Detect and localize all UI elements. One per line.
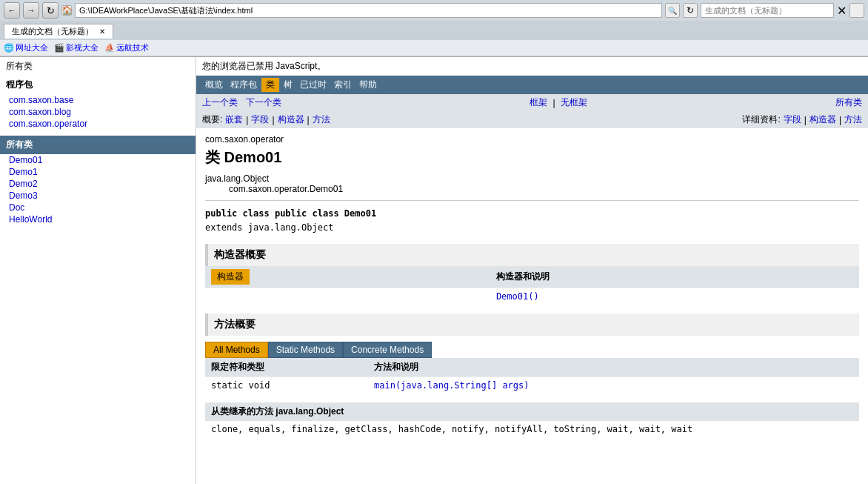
sidebar-class-Demo01[interactable]: Demo01 bbox=[0, 154, 196, 166]
class-name-code: public class Demo01 bbox=[275, 208, 376, 219]
constructor-col-header: 构造器 bbox=[205, 266, 490, 288]
method-table: 限定符和类型 方法和说明 static void main(java.lang.… bbox=[205, 358, 859, 394]
tab-bar: 生成的文档（无标题） ✕ bbox=[0, 21, 868, 40]
class-declaration: public class public class Demo01 extends… bbox=[205, 207, 859, 235]
method-filter-buttons: All Methods Static Methods Concrete Meth… bbox=[205, 342, 859, 358]
breadcrumb-detail-label: 详细资料: bbox=[742, 113, 780, 126]
sidebar-class-HelloWorld[interactable]: HelloWorld bbox=[0, 213, 196, 225]
method-summary-title: 方法概要 bbox=[205, 314, 859, 336]
method-col2-header: 方法和说明 bbox=[368, 358, 859, 377]
address-bar[interactable] bbox=[75, 3, 662, 18]
method-modifier: static void bbox=[205, 377, 368, 394]
sidebar-class-Doc[interactable]: Doc bbox=[0, 202, 196, 213]
reload-icon[interactable]: ↻ bbox=[683, 3, 698, 18]
constructor-tab-active[interactable]: 构造器 bbox=[211, 269, 250, 285]
breadcrumb-constructor[interactable]: 构造器 bbox=[278, 113, 304, 126]
package-name: com.saxon.operator bbox=[205, 134, 859, 145]
tab-label: 生成的文档（无标题） bbox=[12, 27, 93, 36]
sidebar-class-Demo2[interactable]: Demo2 bbox=[0, 178, 196, 190]
method-summary: 方法概要 All Methods Static Methods Concrete… bbox=[205, 314, 859, 394]
tab-close-button[interactable]: ✕ bbox=[99, 27, 105, 36]
active-tab[interactable]: 生成的文档（无标题） ✕ bbox=[4, 24, 113, 39]
parent-class: java.lang.Object bbox=[205, 173, 859, 184]
method-col1-header: 限定符和类型 bbox=[205, 358, 368, 377]
concrete-methods-button[interactable]: Concrete Methods bbox=[343, 342, 432, 358]
refresh-button[interactable]: ↻ bbox=[42, 2, 59, 19]
breadcrumb-field-detail[interactable]: 字段 bbox=[784, 113, 801, 126]
nav-overview[interactable]: 概览 bbox=[202, 78, 226, 92]
breadcrumb-summary-label: 概要: bbox=[202, 113, 222, 126]
class-content: com.saxon.operator 类 Demo01 java.lang.Ob… bbox=[196, 128, 868, 443]
table-row: Demo01() bbox=[205, 288, 859, 305]
sidebar-package-blog[interactable]: com.saxon.blog bbox=[0, 106, 196, 118]
new-tab-icon[interactable] bbox=[849, 3, 864, 18]
inherited-section-header: 从类继承的方法 java.lang.Object bbox=[205, 402, 859, 421]
prev-class-link[interactable]: 上一个类 bbox=[202, 96, 238, 109]
js-warning: 您的浏览器已禁用 JavaScript。 bbox=[196, 57, 868, 76]
constructor-summary: 构造器概要 构造器 构造器和说明 Demo01() bbox=[205, 244, 859, 305]
nav-help[interactable]: 帮助 bbox=[356, 78, 380, 92]
nav-index[interactable]: 索引 bbox=[331, 78, 355, 92]
static-methods-button[interactable]: Static Methods bbox=[268, 342, 343, 358]
inherited-methods: clone, equals, finalize, getClass, hashC… bbox=[205, 421, 859, 437]
breadcrumb-method[interactable]: 方法 bbox=[313, 113, 330, 126]
sidebar: 所有类 程序包 com.saxon.base com.saxon.blog co… bbox=[0, 57, 196, 484]
breadcrumb-nested[interactable]: 嵌套 bbox=[225, 113, 243, 126]
nav-package[interactable]: 程序包 bbox=[227, 78, 260, 92]
forward-button[interactable]: → bbox=[23, 2, 39, 19]
search-go-icon[interactable]: 🔍 bbox=[665, 3, 680, 18]
constructor-table: 构造器 构造器和说明 Demo01() bbox=[205, 266, 859, 305]
sidebar-class-Demo3[interactable]: Demo3 bbox=[0, 190, 196, 202]
sidebar-all-label: 所有类 bbox=[0, 57, 196, 76]
nav-tree[interactable]: 树 bbox=[281, 78, 296, 92]
home-icon: 🏠 bbox=[61, 5, 72, 16]
method-link[interactable]: main(java.lang.String[] args) bbox=[374, 380, 530, 391]
class-title: 类 Demo01 bbox=[205, 147, 859, 168]
sidebar-package-base[interactable]: com.saxon.base bbox=[0, 94, 196, 106]
tab-close-icon[interactable]: ✕ bbox=[837, 4, 847, 18]
sidebar-package-operator[interactable]: com.saxon.operator bbox=[0, 118, 196, 130]
bookmark-远航技术[interactable]: ⛵远航技术 bbox=[104, 42, 149, 53]
main-layout: 所有类 程序包 com.saxon.base com.saxon.blog co… bbox=[0, 57, 868, 484]
sidebar-all-classes-header: 所有类 bbox=[0, 136, 196, 154]
frames-link[interactable]: 框架 bbox=[530, 96, 547, 109]
bookmark-影视大全[interactable]: 🎬影视大全 bbox=[54, 42, 99, 53]
child-class: com.saxon.operator.Demo01 bbox=[229, 184, 859, 194]
no-frames-link[interactable]: 无框架 bbox=[561, 96, 587, 109]
search-bar[interactable] bbox=[701, 3, 834, 18]
public-keyword: public class bbox=[205, 208, 275, 219]
constructor-summary-title: 构造器概要 bbox=[205, 244, 859, 266]
sidebar-package-label: 程序包 bbox=[0, 76, 196, 94]
bookmark-网址大全[interactable]: 🌐网址大全 bbox=[4, 42, 48, 53]
javadoc-breadcrumb: 概要: 嵌套 | 字段 | 构造器 | 方法 详细资料: 字段 | 构造器 | … bbox=[196, 111, 868, 128]
breadcrumb-field[interactable]: 字段 bbox=[251, 113, 269, 126]
breadcrumb-method-detail[interactable]: 方法 bbox=[844, 113, 862, 126]
content-area: 您的浏览器已禁用 JavaScript。 概览 程序包 类 树 已过时 索引 帮… bbox=[196, 57, 868, 484]
extends-line: extends java.lang.Object bbox=[205, 222, 333, 233]
nav-deprecated[interactable]: 已过时 bbox=[297, 78, 330, 92]
constructor-link[interactable]: Demo01() bbox=[496, 291, 539, 302]
divider1 bbox=[205, 200, 859, 201]
javadoc-sub-navbar: 上一个类 下一个类 框架 | 无框架 所有类 bbox=[196, 94, 868, 111]
table-row: static void main(java.lang.String[] args… bbox=[205, 377, 859, 394]
nav-class-active[interactable]: 类 bbox=[261, 78, 279, 92]
next-class-link[interactable]: 下一个类 bbox=[246, 96, 281, 109]
title-bar: ← → ↻ 🏠 🔍 ↻ ✕ bbox=[0, 0, 868, 21]
constructor-detail-header: 构造器和说明 bbox=[490, 266, 859, 288]
inheritance-hierarchy: java.lang.Object com.saxon.operator.Demo… bbox=[205, 173, 859, 194]
bookmarks-bar: 🌐网址大全 🎬影视大全 ⛵远航技术 bbox=[0, 40, 868, 56]
javadoc-navbar: 概览 程序包 类 树 已过时 索引 帮助 bbox=[196, 76, 868, 94]
all-methods-button[interactable]: All Methods bbox=[205, 342, 268, 358]
sidebar-class-Demo1[interactable]: Demo1 bbox=[0, 166, 196, 178]
browser-chrome: ← → ↻ 🏠 🔍 ↻ ✕ 生成的文档（无标题） ✕ 🌐网址大全 🎬影视大全 ⛵… bbox=[0, 0, 868, 57]
all-classes-link[interactable]: 所有类 bbox=[835, 96, 862, 109]
back-button[interactable]: ← bbox=[4, 2, 20, 19]
breadcrumb-constructor-detail[interactable]: 构造器 bbox=[809, 113, 836, 126]
